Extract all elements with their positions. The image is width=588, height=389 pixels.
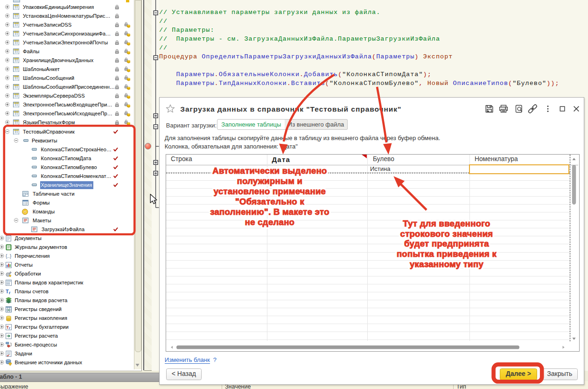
svg-text:будет предпринята: будет предпринята (404, 239, 489, 248)
svg-text:строкового значения: строкового значения (400, 229, 493, 239)
svg-text:Тут для введенного: Тут для введенного (403, 219, 490, 228)
svg-text:указанному типу: указанному типу (410, 259, 483, 269)
svg-text:"Обязательно к: "Обязательно к (235, 197, 304, 206)
svg-text:попытка приведения к: попытка приведения к (397, 249, 497, 259)
svg-text:Автоматически выделено: Автоматически выделено (212, 166, 327, 176)
svg-text:не сделано: не сделано (245, 217, 294, 227)
svg-text:установлено примечание: установлено примечание (214, 186, 326, 196)
svg-text:полужирным и: полужирным и (237, 176, 303, 186)
svg-text:заполнению". В макете это: заполнению". В макете это (210, 207, 329, 217)
